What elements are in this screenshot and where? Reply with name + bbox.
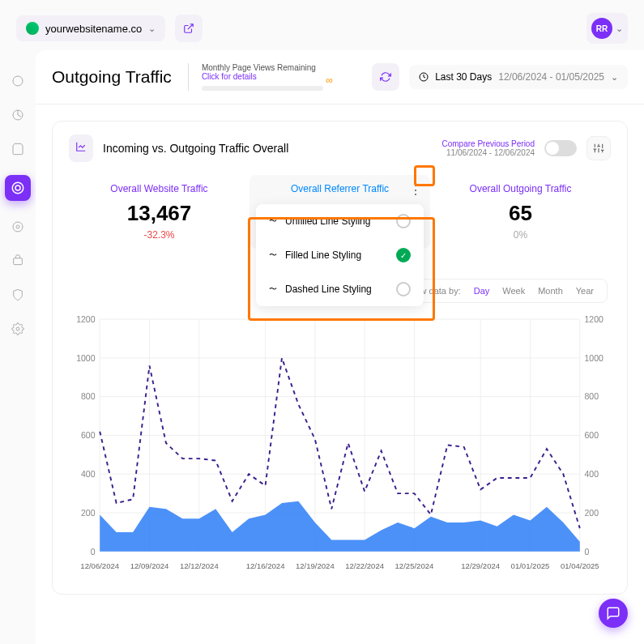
svg-text:1000: 1000 [76,353,96,363]
stat-change: 0% [438,229,603,241]
svg-text:800: 800 [81,391,96,401]
period-label: Last 30 Days [435,71,492,83]
compare-toggle[interactable] [544,140,577,156]
avatar: RR [591,18,612,39]
chart-icon [69,134,93,162]
help-fab[interactable] [599,599,628,628]
stat-title: Overall Website Traffic [77,183,241,194]
user-menu[interactable]: RR ⌄ [586,13,628,44]
radio-checked: ✓ [396,248,411,262]
svg-point-0 [13,76,23,86]
chevron-down-icon: ⌄ [616,23,623,34]
svg-text:0: 0 [585,547,590,557]
site-name: yourwebsitename.co [45,23,142,35]
nav-icon-1[interactable] [10,73,26,89]
nav-icon-3[interactable] [10,141,26,157]
granularity-week[interactable]: Week [502,286,525,296]
site-selector[interactable]: yourwebsitename.co ⌄ [16,15,165,41]
stat-value: 13,467 [77,201,241,226]
svg-text:12/09/2024: 12/09/2024 [130,561,169,570]
svg-text:400: 400 [585,469,599,479]
quota-section: Monthly Page Views Remaining Click for d… [188,63,323,91]
more-options-button[interactable]: ⋮ [407,181,424,198]
svg-text:200: 200 [585,508,599,518]
radio-unchecked [396,214,411,228]
open-external-button[interactable] [175,15,203,42]
svg-text:12/12/2024: 12/12/2024 [180,561,219,570]
svg-text:01/01/2025: 01/01/2025 [511,561,550,570]
quota-bar: ∞ [202,86,323,91]
svg-text:12/19/2024: 12/19/2024 [296,561,335,570]
svg-text:12/22/2024: 12/22/2024 [345,561,384,570]
traffic-chart: 0020020040040060060080080010001000120012… [69,305,611,581]
stat-value: 65 [438,201,603,226]
nav-icon-outgoing[interactable] [5,175,31,201]
option-label: Unfilled Line Styling [285,215,370,227]
option-label: Dashed Line Styling [285,284,372,295]
line-style-popup: 〜 Unfilled Line Styling 〜 Filled Line St… [256,204,424,306]
refresh-button[interactable] [372,63,399,91]
stat-title: Overall Outgoing Traffic [438,183,603,194]
stat-title: Overall Referrer Traffic [258,183,422,194]
svg-point-3 [15,186,20,190]
compare-dates: 11/06/2024 - 12/06/2024 [442,148,535,157]
radio-unchecked [396,282,411,296]
granularity-month[interactable]: Month [538,286,563,296]
stat-change: -32.3% [77,229,241,241]
svg-text:1200: 1200 [585,314,604,324]
style-option-unfilled[interactable]: 〜 Unfilled Line Styling [256,204,424,238]
svg-text:1000: 1000 [585,353,604,363]
svg-rect-6 [14,258,23,265]
nav-icon-settings[interactable] [10,321,26,337]
nav-icon-2[interactable] [10,107,26,123]
line-icon: 〜 [269,215,277,227]
sidebar [0,49,36,644]
svg-text:12/06/2024: 12/06/2024 [80,561,119,570]
svg-text:1200: 1200 [76,314,96,324]
quota-title: Monthly Page Views Remaining [202,63,323,72]
page-title: Outgoing Traffic [52,67,172,87]
chevron-down-icon: ⌄ [611,72,618,83]
svg-point-5 [13,222,23,232]
chart-settings-button[interactable] [586,136,611,160]
card-title: Incoming vs. Outgoing Traffic Overall [103,142,288,155]
svg-text:600: 600 [585,430,599,440]
granularity-year[interactable]: Year [576,286,594,296]
nav-icon-5[interactable] [10,219,26,235]
svg-text:12/29/2024: 12/29/2024 [461,561,500,570]
quota-details-link[interactable]: Click for details [202,72,323,81]
line-icon: 〜 [269,249,277,261]
stat-website-traffic[interactable]: Overall Website Traffic 13,467 -32.3% [69,175,249,249]
style-option-filled[interactable]: 〜 Filled Line Styling ✓ [256,238,424,272]
line-icon: 〜 [269,284,277,295]
date-range-text: 12/06/2024 - 01/05/2025 [498,71,604,83]
option-label: Filled Line Styling [285,249,361,261]
date-range-selector[interactable]: Last 30 Days 12/06/2024 - 01/05/2025 ⌄ [409,65,628,89]
svg-text:0: 0 [91,547,96,557]
site-icon [26,22,39,35]
nav-icon-6[interactable] [10,253,26,269]
infinity-icon: ∞ [326,75,333,86]
nav-icon-7[interactable] [10,287,26,303]
svg-point-4 [16,225,19,228]
svg-text:600: 600 [81,430,96,440]
svg-text:12/16/2024: 12/16/2024 [246,561,285,570]
svg-point-2 [12,182,23,194]
compare-label: Compare Previous Period [442,139,535,148]
svg-text:200: 200 [81,508,96,518]
style-option-dashed[interactable]: 〜 Dashed Line Styling [256,272,424,306]
svg-text:400: 400 [81,469,96,479]
svg-text:800: 800 [585,391,599,401]
stat-referrer-traffic[interactable]: Overall Referrer Traffic ⋮ 〜 Unfilled Li… [249,175,430,249]
svg-text:12/25/2024: 12/25/2024 [395,561,434,570]
chevron-down-icon: ⌄ [148,23,156,34]
stat-outgoing-traffic[interactable]: Overall Outgoing Traffic 65 0% [430,175,611,249]
granularity-day[interactable]: Day [474,286,490,296]
svg-text:01/04/2025: 01/04/2025 [561,561,599,570]
svg-point-7 [16,327,19,331]
